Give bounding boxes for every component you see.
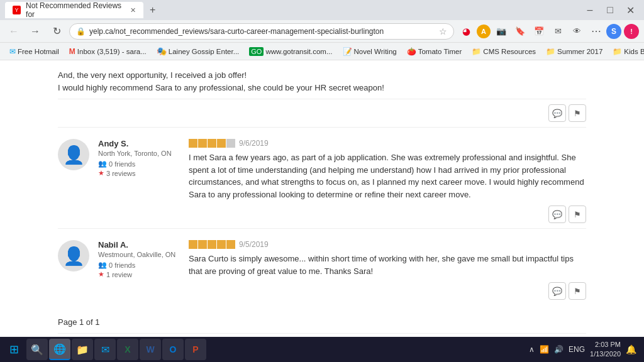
review-intro: And, the very next opportunity, I receiv… xyxy=(58,60,586,99)
reaction-buttons-andy: 💬 ⚑ xyxy=(189,200,586,228)
star2 xyxy=(198,240,207,249)
taskbar: ⊞ 🔍 🌐 📁 ✉ X W O P ∧ 📶 🔊 ENG 2:03 PM 1/13… xyxy=(0,337,644,362)
reviewer-reviews-andy: ★ 3 reviews xyxy=(98,169,180,177)
bookmark-ext-icon[interactable]: 🔖 xyxy=(512,23,528,40)
bookmark-star-icon[interactable]: ☆ xyxy=(439,26,447,36)
address-box[interactable]: 🔒 yelp.ca/not_recommended_reviews/sara-c… xyxy=(69,23,454,40)
star1 xyxy=(189,240,197,249)
bookmark-gmail[interactable]: M Inbox (3,519) - sara... xyxy=(65,46,151,57)
volume-icon[interactable]: 🔊 xyxy=(554,345,564,354)
star3 xyxy=(208,240,216,249)
comment-button-nabil[interactable]: 💬 xyxy=(548,282,566,300)
reviewer-location-andy: North York, Toronto, ON xyxy=(98,150,180,157)
outlook-icon: O xyxy=(170,344,177,354)
hotmail-icon: ✉ xyxy=(9,47,16,56)
bookmarks-bar: ✉ Free Hotmail M Inbox (3,519) - sara...… xyxy=(0,43,644,60)
taskbar-right: ∧ 📶 🔊 ENG 2:03 PM 1/13/2020 🔔 xyxy=(524,340,641,359)
taskbar-mail[interactable]: ✉ xyxy=(94,339,116,360)
star1 xyxy=(189,139,197,148)
extension-icon[interactable]: ! xyxy=(624,24,639,39)
tab-close-button[interactable]: ✕ xyxy=(130,6,136,14)
bookmark-hotmail[interactable]: ✉ Free Hotmail xyxy=(5,46,64,57)
back-button[interactable]: ← xyxy=(5,23,23,40)
taskbar-word[interactable]: W xyxy=(140,339,161,360)
person-icon-nabil: 👤 xyxy=(63,246,85,266)
lang-indicator[interactable]: ENG xyxy=(569,345,585,354)
intro-line1: And, the very next opportunity, I receiv… xyxy=(58,69,586,82)
content-area[interactable]: And, the very next opportunity, I receiv… xyxy=(0,60,644,337)
reviewer-reviews-nabil: ★ 1 review xyxy=(98,270,180,278)
review-date-nabil: 9/5/2019 xyxy=(239,240,269,249)
new-tab-button[interactable]: + xyxy=(146,3,159,17)
bookmark-tomato[interactable]: 🍅 Tomato Timer xyxy=(402,46,467,57)
taskbar-explorer[interactable]: 📁 xyxy=(72,339,93,360)
tomato-icon: 🍅 xyxy=(407,47,416,56)
friends-icon-andy: 👥 xyxy=(98,160,107,168)
avatar-nabil: 👤 xyxy=(58,240,89,272)
word-icon: W xyxy=(146,344,154,354)
taskbar-search[interactable]: 🔍 xyxy=(26,339,48,360)
comment-button-andy[interactable]: 💬 xyxy=(548,206,566,223)
reviewer-info-nabil: Nabil A. Westmount, Oakville, ON 👥 0 fri… xyxy=(98,240,180,305)
review-text-andy: I met Sara a few years ago, as part of a… xyxy=(189,151,586,200)
calendar-icon[interactable]: 📅 xyxy=(531,23,547,40)
review-date-andy: 9/6/2019 xyxy=(239,139,269,148)
network-icon[interactable]: 📶 xyxy=(540,345,549,354)
avast-icon[interactable]: A xyxy=(477,25,491,38)
forward-button[interactable]: → xyxy=(26,23,44,40)
chrome-icon: 🌐 xyxy=(53,343,66,355)
taskbar-powerpoint[interactable]: P xyxy=(185,339,206,360)
camera-icon[interactable]: 📷 xyxy=(493,23,509,40)
tab-title: Not Recommended Reviews for xyxy=(26,1,125,19)
address-bar-row: ← → ↻ 🔒 yelp.ca/not_recommended_reviews/… xyxy=(0,20,644,43)
star4 xyxy=(217,139,226,148)
bookmark-cms[interactable]: 📁 CMS Resources xyxy=(467,46,540,57)
time-text: 2:03 PM xyxy=(590,340,621,349)
review-content-andy: 9/6/2019 I met Sara a few years ago, as … xyxy=(189,139,586,228)
maximize-button[interactable]: □ xyxy=(601,1,619,19)
cms-icon: 📁 xyxy=(472,47,481,56)
flag-button-first[interactable]: ⚑ xyxy=(569,104,586,122)
reviewer-name-andy: Andy S. xyxy=(98,139,180,148)
comment-button-first[interactable]: 💬 xyxy=(548,104,566,122)
profile-icon[interactable]: S xyxy=(606,24,621,39)
browser-tab[interactable]: Y Not Recommended Reviews for ✕ xyxy=(5,2,143,18)
reviews-count-icon-andy: ★ xyxy=(98,169,104,177)
star4 xyxy=(217,240,226,249)
date-text: 1/13/2020 xyxy=(590,349,621,359)
notifications-icon[interactable]: 🔔 xyxy=(626,344,636,354)
eye-icon[interactable]: 👁 xyxy=(569,23,585,40)
close-button[interactable]: ✕ xyxy=(621,1,639,19)
pinterest-icon[interactable]: ◕ xyxy=(458,23,474,40)
taskbar-excel[interactable]: X xyxy=(117,339,138,360)
time-display[interactable]: 2:03 PM 1/13/2020 xyxy=(590,340,621,359)
taskbar-outlook[interactable]: O xyxy=(162,339,184,360)
excel-icon: X xyxy=(125,344,130,354)
reaction-buttons-first: 💬 ⚑ xyxy=(58,99,586,127)
kids-icon: 📁 xyxy=(613,47,622,56)
powerpoint-icon: P xyxy=(192,344,198,354)
flag-button-andy[interactable]: ⚑ xyxy=(569,206,586,223)
windows-logo-icon: ⊞ xyxy=(9,343,19,356)
taskbar-chrome[interactable]: 🌐 xyxy=(49,339,70,360)
person-icon-andy: 👤 xyxy=(63,145,85,165)
bookmark-gotransit[interactable]: GO www.gotransit.com... xyxy=(245,46,336,57)
stars-row-nabil: 9/5/2019 xyxy=(189,240,586,249)
start-button[interactable]: ⊞ xyxy=(3,338,25,361)
bookmark-summer[interactable]: 📁 Summer 2017 xyxy=(541,46,607,57)
reload-button[interactable]: ↻ xyxy=(48,23,65,40)
intro-line2: I would highly recommend Sara to any pro… xyxy=(58,82,586,94)
search-taskbar-icon: 🔍 xyxy=(31,344,43,356)
bookmark-kids[interactable]: 📁 Kids Bedroom xyxy=(608,46,644,57)
toolbar-icons: ◕ A 📷 🔖 📅 ✉ 👁 ⋯ S ! xyxy=(458,23,639,40)
mail-icon[interactable]: ✉ xyxy=(550,23,566,40)
system-tray-up-arrow[interactable]: ∧ xyxy=(529,345,535,354)
gotransit-icon: GO xyxy=(249,47,264,56)
summer-icon: 📁 xyxy=(546,47,555,56)
bookmark-lainey[interactable]: 🎭 Lainey Gossip Enter... xyxy=(152,45,244,57)
star2 xyxy=(198,139,207,148)
dots-icon[interactable]: ⋯ xyxy=(587,23,604,40)
flag-button-nabil[interactable]: ⚑ xyxy=(569,282,586,300)
bookmark-novel[interactable]: 📝 Novel Writing xyxy=(338,46,401,57)
minimize-button[interactable]: – xyxy=(581,1,599,19)
